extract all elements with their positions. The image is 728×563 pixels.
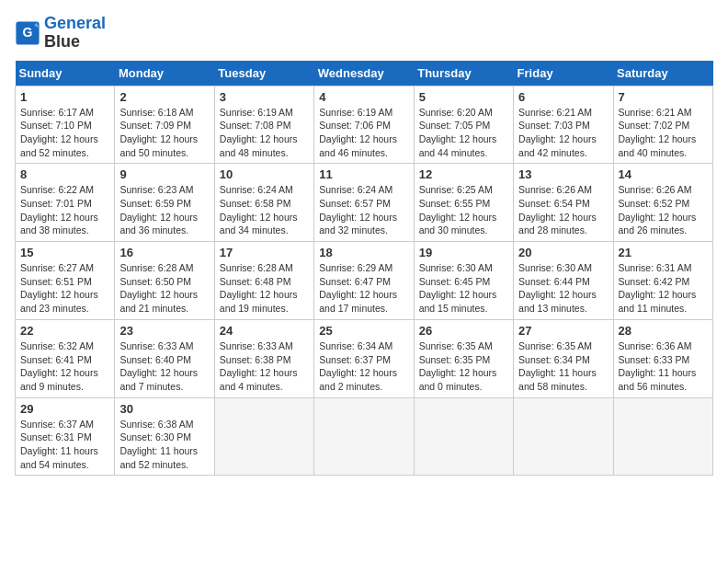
calendar-day-17: 17Sunrise: 6:28 AMSunset: 6:48 PMDayligh…: [214, 242, 313, 320]
calendar-day-20: 20Sunrise: 6:30 AMSunset: 6:44 PMDayligh…: [514, 242, 613, 320]
day-info: Sunrise: 6:29 AMSunset: 6:47 PMDaylight:…: [319, 261, 408, 316]
day-info: Sunrise: 6:35 AMSunset: 6:34 PMDaylight:…: [518, 339, 608, 394]
day-number: 12: [419, 167, 508, 181]
day-number: 6: [518, 90, 608, 104]
day-info: Sunrise: 6:26 AMSunset: 6:52 PMDaylight:…: [619, 183, 708, 237]
weekday-header-monday: Monday: [115, 61, 214, 86]
day-info: Sunrise: 6:20 AMSunset: 7:05 PMDaylight:…: [419, 106, 508, 160]
calendar-day-18: 18Sunrise: 6:29 AMSunset: 6:47 PMDayligh…: [314, 242, 414, 320]
day-info: Sunrise: 6:19 AMSunset: 7:06 PMDaylight:…: [319, 106, 408, 160]
day-info: Sunrise: 6:26 AMSunset: 6:54 PMDaylight:…: [518, 183, 608, 237]
day-info: Sunrise: 6:32 AMSunset: 6:41 PMDaylight:…: [20, 339, 109, 394]
day-number: 29: [20, 402, 109, 416]
calendar-day-14: 14Sunrise: 6:26 AMSunset: 6:52 PMDayligh…: [613, 164, 712, 242]
calendar-day-22: 22Sunrise: 6:32 AMSunset: 6:41 PMDayligh…: [16, 319, 115, 397]
calendar-day-28: 28Sunrise: 6:36 AMSunset: 6:33 PMDayligh…: [613, 319, 712, 397]
day-number: 24: [220, 324, 309, 338]
empty-cell: [613, 397, 712, 476]
calendar-day-5: 5Sunrise: 6:20 AMSunset: 7:05 PMDaylight…: [414, 86, 513, 164]
svg-text:G: G: [23, 25, 33, 40]
calendar-day-19: 19Sunrise: 6:30 AMSunset: 6:45 PMDayligh…: [414, 242, 513, 320]
day-number: 15: [20, 246, 109, 259]
calendar-day-4: 4Sunrise: 6:19 AMSunset: 7:06 PMDaylight…: [314, 86, 414, 164]
calendar-day-11: 11Sunrise: 6:24 AMSunset: 6:57 PMDayligh…: [314, 164, 414, 242]
day-info: Sunrise: 6:33 AMSunset: 6:40 PMDaylight:…: [119, 339, 209, 394]
day-info: Sunrise: 6:31 AMSunset: 6:42 PMDaylight:…: [619, 261, 708, 316]
calendar-day-27: 27Sunrise: 6:35 AMSunset: 6:34 PMDayligh…: [514, 319, 613, 397]
calendar-day-25: 25Sunrise: 6:34 AMSunset: 6:37 PMDayligh…: [314, 319, 414, 397]
day-number: 30: [119, 402, 209, 416]
day-number: 22: [20, 324, 109, 338]
day-info: Sunrise: 6:35 AMSunset: 6:35 PMDaylight:…: [419, 339, 508, 394]
empty-cell: [414, 397, 513, 476]
calendar-day-1: 1Sunrise: 6:17 AMSunset: 7:10 PMDaylight…: [16, 86, 115, 164]
day-info: Sunrise: 6:24 AMSunset: 6:57 PMDaylight:…: [319, 183, 408, 237]
weekday-header-wednesday: Wednesday: [314, 61, 414, 86]
calendar-day-16: 16Sunrise: 6:28 AMSunset: 6:50 PMDayligh…: [115, 242, 214, 320]
day-number: 23: [119, 324, 209, 338]
calendar-day-26: 26Sunrise: 6:35 AMSunset: 6:35 PMDayligh…: [414, 319, 513, 397]
day-number: 20: [518, 246, 608, 259]
calendar-day-21: 21Sunrise: 6:31 AMSunset: 6:42 PMDayligh…: [613, 242, 712, 320]
calendar-day-8: 8Sunrise: 6:22 AMSunset: 7:01 PMDaylight…: [16, 164, 115, 242]
empty-cell: [314, 397, 414, 476]
calendar-day-29: 29Sunrise: 6:37 AMSunset: 6:31 PMDayligh…: [16, 397, 115, 476]
day-info: Sunrise: 6:38 AMSunset: 6:30 PMDaylight:…: [119, 418, 209, 472]
day-info: Sunrise: 6:30 AMSunset: 6:45 PMDaylight:…: [419, 261, 508, 316]
calendar-day-2: 2Sunrise: 6:18 AMSunset: 7:09 PMDaylight…: [115, 86, 214, 164]
day-info: Sunrise: 6:28 AMSunset: 6:48 PMDaylight:…: [220, 261, 309, 316]
calendar-day-3: 3Sunrise: 6:19 AMSunset: 7:08 PMDaylight…: [214, 86, 313, 164]
day-info: Sunrise: 6:17 AMSunset: 7:10 PMDaylight:…: [20, 106, 109, 160]
calendar-day-9: 9Sunrise: 6:23 AMSunset: 6:59 PMDaylight…: [115, 164, 214, 242]
calendar-day-13: 13Sunrise: 6:26 AMSunset: 6:54 PMDayligh…: [514, 164, 613, 242]
day-number: 5: [419, 90, 508, 104]
day-number: 25: [319, 324, 408, 338]
day-info: Sunrise: 6:25 AMSunset: 6:55 PMDaylight:…: [419, 183, 508, 237]
day-info: Sunrise: 6:33 AMSunset: 6:38 PMDaylight:…: [220, 339, 309, 394]
day-info: Sunrise: 6:24 AMSunset: 6:58 PMDaylight:…: [220, 183, 309, 237]
weekday-header-saturday: Saturday: [613, 61, 712, 86]
weekday-header-friday: Friday: [514, 61, 613, 86]
day-number: 18: [319, 246, 408, 259]
calendar-day-15: 15Sunrise: 6:27 AMSunset: 6:51 PMDayligh…: [16, 242, 115, 320]
calendar-day-30: 30Sunrise: 6:38 AMSunset: 6:30 PMDayligh…: [115, 397, 214, 476]
day-number: 16: [119, 246, 209, 259]
day-number: 11: [319, 167, 408, 181]
day-info: Sunrise: 6:30 AMSunset: 6:44 PMDaylight:…: [518, 261, 608, 316]
day-info: Sunrise: 6:19 AMSunset: 7:08 PMDaylight:…: [220, 106, 309, 160]
day-info: Sunrise: 6:34 AMSunset: 6:37 PMDaylight:…: [319, 339, 408, 394]
logo: G GeneralBlue: [15, 15, 106, 52]
day-info: Sunrise: 6:36 AMSunset: 6:33 PMDaylight:…: [619, 339, 708, 394]
day-number: 4: [319, 90, 408, 104]
day-number: 21: [619, 246, 708, 259]
empty-cell: [514, 397, 613, 476]
day-info: Sunrise: 6:21 AMSunset: 7:02 PMDaylight:…: [619, 106, 708, 160]
calendar-day-7: 7Sunrise: 6:21 AMSunset: 7:02 PMDaylight…: [613, 86, 712, 164]
day-number: 9: [119, 167, 209, 181]
day-number: 26: [419, 324, 508, 338]
day-number: 17: [220, 246, 309, 259]
day-number: 19: [419, 246, 508, 259]
calendar-day-10: 10Sunrise: 6:24 AMSunset: 6:58 PMDayligh…: [214, 164, 313, 242]
day-number: 3: [220, 90, 309, 104]
day-number: 7: [619, 90, 708, 104]
day-number: 10: [220, 167, 309, 181]
calendar-day-6: 6Sunrise: 6:21 AMSunset: 7:03 PMDaylight…: [514, 86, 613, 164]
day-info: Sunrise: 6:21 AMSunset: 7:03 PMDaylight:…: [518, 106, 608, 160]
day-number: 2: [119, 90, 209, 104]
day-info: Sunrise: 6:27 AMSunset: 6:51 PMDaylight:…: [20, 261, 109, 316]
calendar-day-24: 24Sunrise: 6:33 AMSunset: 6:38 PMDayligh…: [214, 319, 313, 397]
day-number: 1: [20, 90, 109, 104]
page-header: G GeneralBlue: [15, 15, 713, 52]
empty-cell: [214, 397, 313, 476]
weekday-header-tuesday: Tuesday: [214, 61, 313, 86]
calendar-table: SundayMondayTuesdayWednesdayThursdayFrid…: [15, 61, 713, 477]
day-number: 27: [518, 324, 608, 338]
weekday-header-thursday: Thursday: [414, 61, 513, 86]
weekday-header-sunday: Sunday: [16, 61, 115, 86]
day-number: 13: [518, 167, 608, 181]
day-number: 8: [20, 167, 109, 181]
day-info: Sunrise: 6:37 AMSunset: 6:31 PMDaylight:…: [20, 418, 109, 472]
calendar-day-23: 23Sunrise: 6:33 AMSunset: 6:40 PMDayligh…: [115, 319, 214, 397]
calendar-day-12: 12Sunrise: 6:25 AMSunset: 6:55 PMDayligh…: [414, 164, 513, 242]
